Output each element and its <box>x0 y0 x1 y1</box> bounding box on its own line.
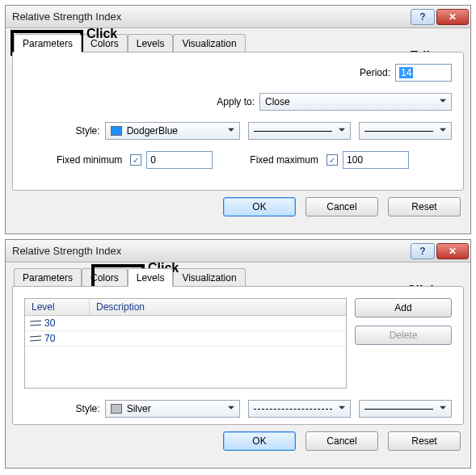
style-line-width-combo[interactable] <box>359 400 452 418</box>
style-label: Style: <box>57 403 105 414</box>
tab-visualization[interactable]: Visualization <box>173 268 245 287</box>
col-description[interactable]: Description <box>90 299 346 315</box>
style-color-combo[interactable]: DodgerBlue <box>105 122 240 140</box>
button-bar: OK Cancel Reset <box>12 191 464 220</box>
help-icon: ? <box>419 11 425 23</box>
style-color-combo[interactable]: Silver <box>105 400 240 418</box>
fixed-min-label: Fixed minimum <box>57 154 127 166</box>
tab-strip: Parameters Colors Levels Visualization <box>14 268 464 287</box>
period-label: Period: <box>360 67 395 78</box>
style-line-type-combo[interactable] <box>248 400 351 418</box>
titlebar: Relative Strength Index ? ✕ <box>6 240 470 263</box>
client-area: Parameters Colors Levels Visualization P… <box>6 28 470 226</box>
levels-table[interactable]: Level Description 30 70 <box>24 298 347 389</box>
fixed-min-input[interactable] <box>146 151 213 169</box>
col-level[interactable]: Level <box>25 299 90 315</box>
reset-button[interactable]: Reset <box>388 431 461 451</box>
rsi-dialog-parameters: Relative Strength Index ? ✕ Parameters C… <box>5 5 471 234</box>
help-icon: ? <box>419 246 425 257</box>
add-button[interactable]: Add <box>355 298 452 317</box>
tab-colors[interactable]: Colors <box>82 34 128 53</box>
parameters-panel: Period: 14 Apply to: Close Style: Dodger… <box>12 52 464 191</box>
color-swatch-icon <box>111 126 122 136</box>
tab-parameters[interactable]: Parameters <box>14 34 82 53</box>
tab-levels[interactable]: Levels <box>128 34 174 53</box>
style-label: Style: <box>57 125 105 137</box>
levels-table-header: Level Description <box>25 299 346 316</box>
help-button[interactable]: ? <box>411 9 435 25</box>
cancel-button[interactable]: Cancel <box>305 431 378 451</box>
window-title: Relative Strength Index <box>12 11 411 23</box>
levels-table-body: 30 70 <box>25 316 346 388</box>
tab-parameters[interactable]: Parameters <box>14 268 82 287</box>
rsi-dialog-levels: Relative Strength Index ? ✕ Parameters C… <box>5 239 471 469</box>
line-preview <box>254 409 332 410</box>
table-row[interactable]: 70 <box>25 331 346 347</box>
close-icon: ✕ <box>449 11 457 23</box>
tab-visualization[interactable]: Visualization <box>173 34 245 53</box>
period-input[interactable]: 14 <box>395 64 452 82</box>
titlebar: Relative Strength Index ? ✕ <box>6 6 470 28</box>
button-bar: OK Cancel Reset <box>12 425 464 454</box>
close-icon: ✕ <box>449 246 457 257</box>
fixed-min-checkbox[interactable]: ✓ <box>130 154 141 166</box>
ok-button[interactable]: OK <box>223 431 296 451</box>
line-preview <box>364 409 433 410</box>
client-area: Parameters Colors Levels Visualization L… <box>6 263 470 460</box>
fixed-max-checkbox[interactable]: ✓ <box>326 154 338 166</box>
reset-button[interactable]: Reset <box>388 197 461 216</box>
level-line-icon <box>30 334 41 343</box>
level-line-icon <box>30 319 41 327</box>
help-button[interactable]: ? <box>411 243 435 259</box>
line-preview <box>254 131 332 132</box>
fixed-max-label: Fixed maximum <box>250 154 323 166</box>
table-row[interactable]: 30 <box>25 316 346 331</box>
color-swatch-icon <box>111 404 122 414</box>
ok-button[interactable]: OK <box>223 197 296 216</box>
style-line-type-combo[interactable] <box>248 122 351 140</box>
tab-levels[interactable]: Levels <box>128 268 174 287</box>
apply-to-combo[interactable]: Close <box>259 93 452 111</box>
close-button[interactable]: ✕ <box>436 243 469 259</box>
line-preview <box>364 131 433 132</box>
apply-to-label: Apply to: <box>217 96 259 107</box>
delete-button: Delete <box>355 326 452 345</box>
close-button[interactable]: ✕ <box>436 9 469 25</box>
tab-strip: Parameters Colors Levels Visualization <box>14 34 464 53</box>
tab-colors[interactable]: Colors <box>82 268 128 287</box>
fixed-max-input[interactable] <box>343 151 409 169</box>
cancel-button[interactable]: Cancel <box>305 197 378 216</box>
levels-panel: Level Description 30 70 <box>12 286 464 425</box>
window-title: Relative Strength Index <box>12 245 411 257</box>
style-line-width-combo[interactable] <box>359 122 452 140</box>
